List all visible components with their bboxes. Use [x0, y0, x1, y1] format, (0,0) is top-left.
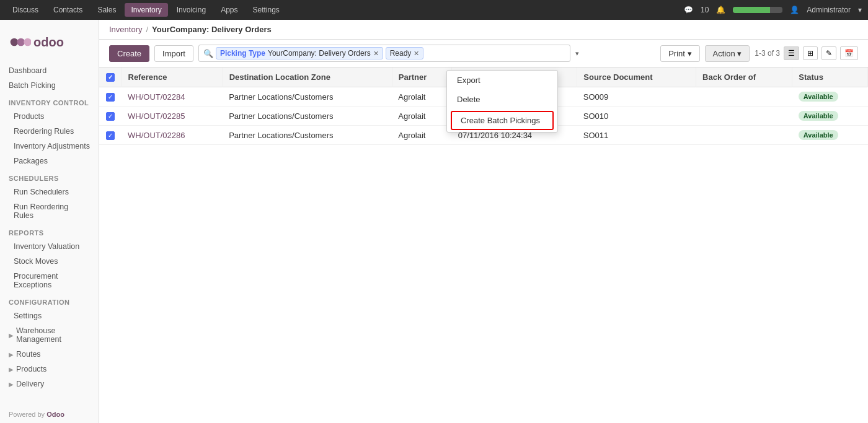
odoo-logo[interactable]: odoo [9, 31, 90, 53]
nav-contacts[interactable]: Contacts [47, 3, 89, 17]
arrow-icon: ▶ [9, 332, 14, 339]
nav-sales[interactable]: Sales [91, 3, 122, 17]
odoo-text: odoo [33, 35, 64, 50]
arrow-icon-products: ▶ [9, 366, 14, 373]
sidebar-item-routes[interactable]: ▶ Routes [0, 347, 99, 362]
filter-tag-picking-type: Picking Type YourCompany: Delivery Order… [216, 47, 383, 59]
ref-link-2[interactable]: WH/OUT/02286 [128, 131, 185, 140]
status-1: Available [792, 107, 868, 126]
select-all-header[interactable]: ✓ [99, 68, 122, 87]
search-icon: 🔍 [203, 49, 213, 58]
row-checkbox-2[interactable]: ✓ [106, 131, 115, 140]
sidebar-item-procurement-exceptions[interactable]: Procurement Exceptions [0, 269, 99, 292]
search-dropdown-arrow[interactable]: ▾ [575, 50, 579, 58]
col-source-document: Source Document [577, 68, 696, 87]
sidebar-item-products[interactable]: Products [0, 109, 99, 124]
calendar-view-button[interactable]: 📅 [840, 46, 858, 60]
filter-close-picking-type[interactable]: ✕ [373, 50, 379, 58]
sidebar-item-run-reordering[interactable]: Run Reordering Rules [0, 199, 99, 223]
sidebar-section-inventory-control: Inventory Control [0, 93, 99, 109]
action-menu-delete[interactable]: Delete [447, 90, 557, 109]
bell-icon[interactable]: 🔔 [716, 6, 725, 14]
backorder-2 [696, 126, 792, 145]
create-button[interactable]: Create [109, 45, 149, 62]
message-count: 10 [701, 6, 709, 14]
sidebar-item-dashboard[interactable]: Dashboard [0, 63, 99, 78]
sidebar-item-batch-picking[interactable]: Batch Picking [0, 78, 99, 93]
sidebar-item-settings[interactable]: Settings [0, 308, 99, 323]
sidebar-item-warehouse-management[interactable]: ▶ Warehouse Management [0, 323, 99, 347]
sidebar-item-packages[interactable]: Packages [0, 154, 99, 168]
admin-label: Administrator [807, 6, 851, 14]
chat-icon[interactable]: 💬 [684, 6, 693, 14]
view-controls: 1-3 of 3 ☰ ⊞ ✎ 📅 [755, 46, 858, 60]
ref-link-1[interactable]: WH/OUT/02285 [128, 111, 185, 121]
sidebar-item-run-schedulers[interactable]: Run Schedulers [0, 185, 99, 199]
sidebar-item-inventory-adjustments[interactable]: Inventory Adjustments [0, 139, 99, 154]
action-menu-create-batch[interactable]: Create Batch Pickings [451, 111, 554, 130]
breadcrumb-parent[interactable]: Inventory [109, 25, 142, 34]
action-dropdown-arrow: ▾ [737, 49, 742, 58]
select-all-checkbox[interactable]: ✓ [106, 73, 115, 82]
progress-bar [733, 7, 782, 13]
logo-area: odoo [0, 25, 99, 63]
source-doc-1: SO010 [577, 107, 696, 126]
col-partner: Partner [392, 68, 451, 87]
breadcrumb-current: YourCompany: Delivery Orders [152, 25, 272, 34]
filter-close-ready[interactable]: ✕ [414, 50, 419, 58]
svg-point-0 [11, 38, 19, 46]
nav-apps[interactable]: Apps [215, 3, 244, 17]
arrow-icon-routes: ▶ [9, 351, 14, 358]
edit-view-button[interactable]: ✎ [822, 46, 836, 60]
powered-by: Powered by Odoo [9, 411, 64, 418]
main-toolbar: Create Import 🔍 Picking Type YourCompany… [99, 40, 868, 68]
svg-point-2 [24, 38, 31, 46]
backorder-0 [696, 87, 792, 107]
sidebar-item-stock-moves[interactable]: Stock Moves [0, 254, 99, 269]
nav-menu: Discuss Contacts Sales Inventory Invoici… [6, 3, 684, 17]
search-input[interactable] [426, 49, 565, 58]
nav-discuss[interactable]: Discuss [6, 3, 45, 17]
import-button[interactable]: Import [154, 45, 193, 62]
sidebar-item-reordering-rules[interactable]: Reordering Rules [0, 124, 99, 139]
dropdown-arrow-icon: ▾ [858, 6, 862, 14]
print-button[interactable]: Print ▾ [660, 45, 699, 62]
content-header: Inventory / YourCompany: Delivery Orders [99, 20, 868, 40]
nav-invoicing[interactable]: Invoicing [170, 3, 212, 17]
row-checkbox-0[interactable]: ✓ [106, 93, 115, 102]
partner-1: Agrolait [392, 107, 451, 126]
sidebar-item-delivery[interactable]: ▶ Delivery [0, 377, 99, 391]
sidebar-item-inventory-valuation[interactable]: Inventory Valuation [0, 239, 99, 254]
nav-settings[interactable]: Settings [247, 3, 286, 17]
sidebar-section-configuration: Configuration [0, 292, 99, 308]
search-box[interactable]: 🔍 Picking Type YourCompany: Delivery Ord… [198, 45, 570, 62]
breadcrumb-separator: / [146, 25, 148, 34]
sidebar-item-products-config[interactable]: ▶ Products [0, 362, 99, 377]
list-view-button[interactable]: ☰ [784, 46, 799, 60]
destination-0: Partner Locations/Customers [223, 87, 392, 107]
action-dropdown-menu: Export Delete Create Batch Pickings [446, 70, 558, 133]
main-layout: odoo Dashboard Batch Picking Inventory C… [0, 20, 868, 423]
nav-inventory[interactable]: Inventory [125, 3, 167, 17]
toolbar-right: Print ▾ Action ▾ 1-3 of 3 ☰ ⊞ ✎ 📅 [660, 45, 858, 62]
kanban-view-button[interactable]: ⊞ [803, 46, 818, 60]
backorder-1 [696, 107, 792, 126]
partner-2: Agrolait [392, 126, 451, 145]
status-0: Available [792, 87, 868, 107]
print-dropdown-arrow: ▾ [688, 49, 692, 58]
sidebar-section-schedulers: Schedulers [0, 168, 99, 185]
svg-point-1 [17, 38, 25, 46]
user-icon[interactable]: 👤 [790, 6, 799, 14]
row-checkbox-1[interactable]: ✓ [106, 112, 115, 121]
status-2: Available [792, 126, 868, 145]
filter-tag-ready: Ready ✕ [386, 47, 424, 59]
action-button[interactable]: Action ▾ [705, 45, 750, 62]
col-reference: Reference [122, 68, 223, 87]
source-doc-0: SO009 [577, 87, 696, 107]
ref-link-0[interactable]: WH/OUT/02284 [128, 92, 185, 102]
sidebar: odoo Dashboard Batch Picking Inventory C… [0, 20, 99, 423]
odoo-logo-icon [9, 31, 31, 53]
action-menu-export[interactable]: Export [447, 71, 557, 90]
destination-1: Partner Locations/Customers [223, 107, 392, 126]
col-backorder: Back Order of [696, 68, 792, 87]
